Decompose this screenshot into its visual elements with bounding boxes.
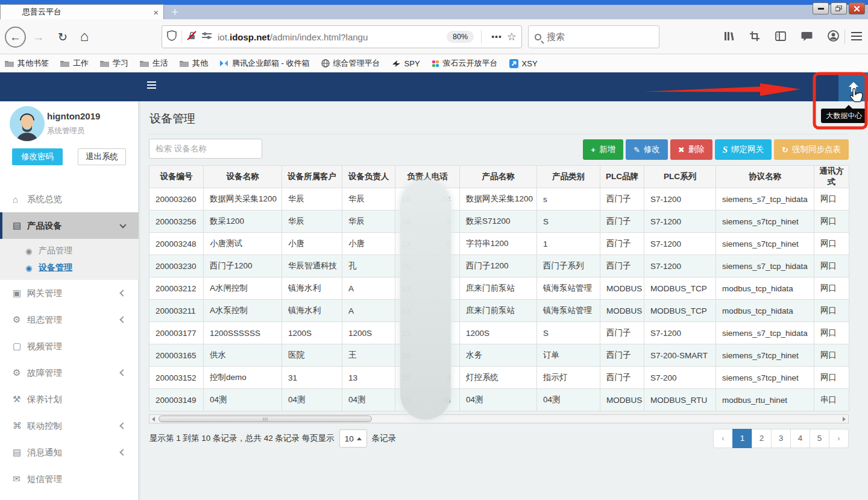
url-text[interactable]: iot.idosp.net/admin/index.html?langu [218, 32, 444, 42]
sidebar-item-clipped[interactable]: ▦ [0, 492, 139, 500]
pager-page-1[interactable]: 1 [732, 429, 752, 448]
page-actions-icon[interactable]: ••• [491, 32, 502, 42]
column-header[interactable]: 通讯方式 [814, 166, 849, 188]
home-button[interactable]: ⌂ [77, 28, 92, 45]
bookmark-item[interactable]: XSY [509, 59, 538, 68]
table-row[interactable]: 200003211A水泵控制镇海水利A13庶来门前泵站镇海泵站管理MODBUSM… [149, 300, 849, 322]
bookmark-label: SPY [404, 59, 420, 68]
table-row[interactable]: 200003152控制demo3113153灯控系统指示灯西门子S7-200si… [149, 367, 849, 389]
table-row[interactable]: 200003165供水医院王18水务订单西门子S7-200-SMARTsieme… [149, 344, 849, 367]
sidebar-item-组态管理[interactable]: ⚙组态管理 [0, 306, 139, 333]
account-icon[interactable] [828, 30, 839, 42]
browser-search-box[interactable]: 搜索 [528, 25, 659, 48]
bookmark-item[interactable]: 工作 [60, 58, 89, 69]
close-button[interactable] [849, 2, 865, 14]
bookmark-label: 综合管理平台 [333, 58, 380, 69]
reload-button[interactable]: ↻ [55, 30, 70, 44]
browser-tab[interactable]: 思普云平台 × [0, 4, 164, 19]
bookmark-item[interactable]: 综合管理平台 [321, 58, 380, 69]
permissions-icon[interactable] [202, 31, 212, 42]
pager-next[interactable]: › [829, 429, 849, 448]
action-button-绑定网关[interactable]: S绑定网关 [715, 139, 772, 160]
bookmark-label: 萤石云开放平台 [443, 58, 498, 69]
tab-close-icon[interactable]: × [153, 7, 159, 17]
submenu-item-产品管理[interactable]: ◉产品管理 [0, 242, 139, 259]
bookmark-item[interactable]: 生活 [140, 58, 168, 69]
table-row[interactable]: 200003230西门子1200华辰智通科技孔15西门子1200西门子系列西门子… [149, 255, 849, 277]
library-icon[interactable] [723, 31, 734, 42]
bookmark-item[interactable]: 其他 [180, 58, 208, 69]
logout-button[interactable]: 退出系统 [78, 148, 126, 165]
column-header[interactable]: 设备编号 [149, 166, 204, 188]
cell-product: 1200S [460, 322, 537, 344]
column-header[interactable]: 产品名称 [460, 166, 537, 188]
pager-page-3[interactable]: 3 [771, 429, 791, 448]
table-row[interactable]: 20000314904测04测04测153804测04测MODBUSMODBUS… [149, 389, 849, 411]
scroll-left-icon[interactable] [152, 417, 155, 422]
cell-customer: 镇海水利 [282, 300, 342, 322]
minimize-button[interactable] [813, 2, 829, 14]
action-button-强制同步点表[interactable]: ↻强制同步点表 [774, 139, 849, 160]
sidebar-item-消息通知[interactable]: ▤消息通知 [0, 439, 139, 466]
chevron-down-icon [119, 221, 126, 228]
sidebar-item-故障管理[interactable]: ⚙故障管理 [0, 359, 139, 386]
mail-icon: ✉ [13, 473, 27, 484]
tab-title: 思普云平台 [22, 7, 61, 17]
bookmark-label: 工作 [73, 58, 89, 69]
page-size-select[interactable]: 10 [339, 429, 367, 448]
scroll-right-icon[interactable] [843, 417, 846, 422]
avatar[interactable] [10, 106, 45, 141]
pager-prev[interactable]: ‹ [713, 429, 733, 448]
bookmark-item[interactable]: 学习 [100, 58, 128, 69]
pager-page-2[interactable]: 2 [752, 429, 772, 448]
bookmark-item[interactable]: 萤石云开放平台 [432, 58, 498, 69]
bookmark-item[interactable]: 其他书签 [5, 58, 49, 69]
column-header[interactable]: 协议名称 [716, 166, 814, 188]
new-tab-button[interactable]: + [171, 5, 178, 19]
screenshot-crop-icon[interactable] [749, 31, 760, 42]
restore-button[interactable] [831, 2, 847, 14]
sidebar-item-短信管理[interactable]: ✉短信管理 [0, 466, 139, 492]
column-header[interactable]: PLC系列 [644, 166, 716, 188]
table-row[interactable]: 200003260数据网关采集1200华辰华辰1804数据网关采集1200s西门… [149, 188, 849, 210]
url-bar[interactable]: iot.idosp.net/admin/index.html?langu 80%… [162, 25, 522, 48]
hamburger-menu-icon[interactable] [851, 32, 862, 43]
column-header[interactable]: PLC品牌 [600, 166, 644, 188]
action-button-新增[interactable]: +新增 [583, 139, 623, 160]
bookmark-item[interactable]: SPY [392, 59, 420, 68]
sidebar-item-保养计划[interactable]: ⚒保养计划 [0, 386, 139, 413]
insecure-lock-icon[interactable] [187, 31, 197, 43]
pager-page-4[interactable]: 4 [790, 429, 810, 448]
shield-icon[interactable] [167, 30, 177, 43]
column-header[interactable]: 设备名称 [204, 166, 282, 188]
sidebar-toggle-icon[interactable] [775, 31, 786, 41]
action-button-修改[interactable]: ✎修改 [626, 139, 668, 160]
sidebar-item-产品设备[interactable]: ▤产品设备 [0, 212, 139, 239]
sidebar-item-视频管理[interactable]: ▢视频管理 [0, 333, 139, 359]
table-row[interactable]: 2000031771200SSSSSS1200S1200S151200SS西门子… [149, 322, 849, 344]
bookmark-item[interactable]: 腾讯企业邮箱 - 收件箱 [219, 58, 310, 69]
pager-page-5[interactable]: 5 [810, 429, 829, 448]
sidebar-item-网关管理[interactable]: ▣网关管理 [0, 280, 139, 306]
action-button-删除[interactable]: ✖删除 [670, 139, 712, 160]
forward-button[interactable]: → [31, 30, 46, 45]
bookmark-star-icon[interactable]: ☆ [507, 30, 517, 43]
table-row[interactable]: 200003256数采1200华辰华辰184数采S71200S西门子S7-120… [149, 210, 849, 233]
sidebar-item-系统总览[interactable]: ⌂系统总览 [0, 186, 139, 212]
column-header[interactable]: 设备所属客户 [282, 166, 342, 188]
back-button[interactable]: ← [5, 27, 26, 48]
submenu-item-设备管理[interactable]: ◉设备管理 [0, 259, 139, 276]
table-row[interactable]: 200003248小唐测试小唐小唐130字符串12001西门子S7-1200si… [149, 233, 849, 255]
message-bubble-icon[interactable] [801, 31, 813, 42]
zoom-level-badge[interactable]: 80% [447, 31, 474, 43]
scrollbar-thumb[interactable] [159, 416, 372, 422]
cell-product: 数采S71200 [460, 210, 537, 233]
table-row[interactable]: 200003212A水闸控制镇海水利A13庶来门前泵站镇海泵站管理MODBUSM… [149, 277, 849, 300]
table-horizontal-scrollbar[interactable] [149, 414, 849, 423]
submenu: ◉产品管理◉设备管理 [0, 239, 139, 280]
sidebar-item-联动控制[interactable]: ⌘联动控制 [0, 413, 139, 439]
column-header[interactable]: 产品类别 [537, 166, 600, 188]
sidebar-collapse-icon[interactable] [147, 81, 156, 90]
column-header[interactable]: 设备负责人 [342, 166, 395, 188]
change-password-button[interactable]: 修改密码 [12, 148, 63, 165]
